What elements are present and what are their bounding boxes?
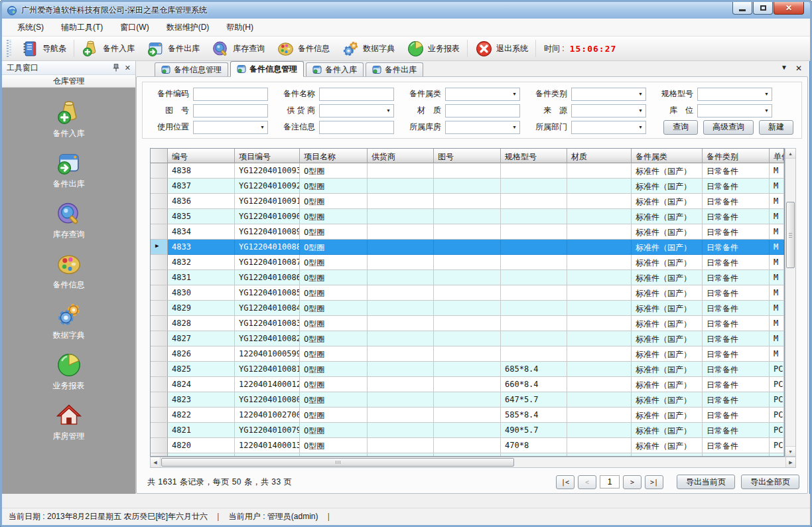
- grid-cell-supplier[interactable]: [368, 224, 434, 240]
- grid-cell-unit[interactable]: M: [770, 209, 784, 224]
- grid-cell-project_code[interactable]: YG12204010086: [235, 270, 300, 285]
- grid-cell-drawing_no[interactable]: [434, 301, 501, 316]
- toolbar-exit-button[interactable]: 退出系统: [469, 38, 534, 59]
- grid-cell-project_name[interactable]: O型圈: [300, 255, 368, 270]
- column-header-supplier[interactable]: 供货商: [368, 149, 434, 163]
- toolbar-grip-handle[interactable]: [7, 40, 12, 57]
- grid-cell-attribute[interactable]: 标准件（国产）: [632, 301, 703, 316]
- grid-cell-spec[interactable]: 470*8: [501, 438, 567, 453]
- supplier-combo[interactable]: ▼: [319, 104, 394, 117]
- grid-cell-drawing_no[interactable]: [434, 285, 501, 301]
- prev-page-button[interactable]: <: [578, 475, 596, 489]
- table-row[interactable]: 48241220401400012O型圈660*8.4标准件（国产）日常备件PC: [151, 377, 784, 392]
- grid-cell-drawing_no[interactable]: [434, 316, 501, 331]
- menu-item-1[interactable]: 辅助工具(T): [52, 19, 111, 37]
- grid-cell-spec[interactable]: 647*5.7: [501, 392, 567, 408]
- query-button[interactable]: 查询: [663, 120, 698, 135]
- grid-cell-project_name[interactable]: O型圈: [300, 362, 368, 377]
- grid-cell-supplier[interactable]: [368, 362, 434, 377]
- toolbar-nav-book-button[interactable]: 导航条: [15, 38, 72, 59]
- grid-cell-unit[interactable]: PC: [770, 377, 784, 392]
- horizontal-scrollbar[interactable]: ◀ ▶: [150, 457, 796, 468]
- scroll-down-icon[interactable]: ▼: [785, 446, 795, 456]
- row-indicator[interactable]: [151, 316, 168, 331]
- grid-cell-unit[interactable]: M: [770, 179, 784, 194]
- sidebar-item-parts-inbound[interactable]: 备件入库: [53, 100, 85, 139]
- grid-cell-id[interactable]: 4821: [168, 423, 235, 438]
- tab-close-icon[interactable]: ✕: [795, 64, 802, 73]
- grid-cell-supplier[interactable]: [368, 316, 434, 331]
- auto-hide-pin-icon[interactable]: [113, 64, 119, 72]
- grid-cell-attribute[interactable]: 标准件（国产）: [632, 316, 703, 331]
- grid-cell-material[interactable]: [567, 209, 632, 224]
- row-indicator[interactable]: [151, 438, 168, 453]
- grid-cell-category[interactable]: 日常备件: [703, 423, 770, 438]
- table-row[interactable]: 4838YG12204010093O型圈标准件（国产）日常备件M: [151, 163, 784, 179]
- grid-cell-unit[interactable]: M: [770, 301, 784, 316]
- grid-cell-attribute[interactable]: 标准件（国产）: [632, 179, 703, 194]
- grid-cell-project_code[interactable]: YG12204010089: [235, 224, 300, 240]
- column-header-unit[interactable]: 单位: [770, 149, 784, 163]
- grid-cell-material[interactable]: [567, 423, 632, 438]
- toolbar-parts-outbound-button[interactable]: 备件出库: [141, 38, 206, 59]
- column-header-spec[interactable]: 规格型号: [501, 149, 567, 163]
- grid-cell-unit[interactable]: M: [770, 346, 784, 362]
- table-row[interactable]: 4821YG12204010079O型圈490*5.7标准件（国产）日常备件PC: [151, 423, 784, 438]
- grid-cell-drawing_no[interactable]: [434, 392, 501, 408]
- toolbar-parts-inbound-button[interactable]: 备件入库: [76, 38, 141, 59]
- grid-cell-drawing_no[interactable]: [434, 438, 501, 453]
- grid-cell-project_name[interactable]: O型圈: [300, 346, 368, 362]
- grid-cell-spec[interactable]: [501, 316, 567, 331]
- grid-cell-material[interactable]: [567, 362, 632, 377]
- grid-cell-category[interactable]: 日常备件: [703, 194, 770, 209]
- maximize-button[interactable]: [753, 2, 773, 15]
- table-row[interactable]: 4836YG12204010091O型圈标准件（国产）日常备件M: [151, 194, 784, 209]
- row-indicator[interactable]: [151, 346, 168, 362]
- part-category-combo[interactable]: ▼: [571, 88, 646, 101]
- grid-cell-project_name[interactable]: O型圈: [300, 423, 368, 438]
- sidebar-item-parts-info[interactable]: 备件信息: [53, 251, 85, 291]
- grid-cell-unit[interactable]: PC: [770, 408, 784, 423]
- grid-cell-project_code[interactable]: 1220401000599: [235, 346, 300, 362]
- grid-cell-project_name[interactable]: O型圈: [300, 438, 368, 453]
- grid-cell-unit[interactable]: PC: [770, 438, 784, 453]
- grid-cell-category[interactable]: 日常备件: [703, 392, 770, 408]
- tab-list-dropdown-icon[interactable]: ▼: [781, 64, 787, 73]
- row-indicator[interactable]: [151, 362, 168, 377]
- grid-cell-project_name[interactable]: O型圈: [300, 392, 368, 408]
- grid-cell-project_name[interactable]: O型圈: [300, 408, 368, 423]
- grid-cell-material[interactable]: [567, 285, 632, 301]
- grid-cell-attribute[interactable]: 标准件（国产）: [632, 362, 703, 377]
- sidebar-item-parts-outbound[interactable]: 备件出库: [53, 150, 85, 190]
- remark-input[interactable]: [319, 121, 394, 134]
- grid-cell-unit[interactable]: M: [770, 194, 784, 209]
- grid-cell-project_name[interactable]: O型圈: [300, 316, 368, 331]
- grid-cell-spec[interactable]: 660*8.4: [501, 377, 567, 392]
- grid-cell-project_name[interactable]: O型圈: [300, 270, 368, 285]
- sidebar-item-inventory-search[interactable]: 库存查询: [53, 200, 85, 240]
- close-button[interactable]: ✕: [774, 2, 804, 15]
- table-row[interactable]: 4831YG12204010086O型圈标准件（国产）日常备件M: [151, 270, 784, 285]
- grid-cell-unit[interactable]: PC: [770, 392, 784, 408]
- warehouse-combo[interactable]: ▼: [445, 121, 520, 134]
- grid-cell-drawing_no[interactable]: [434, 270, 501, 285]
- grid-cell-spec[interactable]: [501, 301, 567, 316]
- row-indicator[interactable]: [151, 392, 168, 408]
- grid-cell-material[interactable]: [567, 179, 632, 194]
- grid-cell-id[interactable]: 4834: [168, 224, 235, 240]
- grid-cell-material[interactable]: [567, 346, 632, 362]
- tab-parts-inbound[interactable]: 备件入库: [306, 62, 364, 76]
- row-indicator[interactable]: [151, 163, 168, 179]
- sidebar-item-data-dictionary[interactable]: 数据字典: [53, 301, 85, 341]
- grid-cell-drawing_no[interactable]: [434, 423, 501, 438]
- next-page-button[interactable]: >: [623, 475, 642, 489]
- column-header-drawing_no[interactable]: 图号: [434, 149, 501, 163]
- toolbar-inventory-search-button[interactable]: 库存查询: [206, 38, 271, 59]
- grid-cell-supplier[interactable]: [368, 423, 434, 438]
- grid-cell-project_code[interactable]: YG12204010088: [235, 240, 300, 255]
- grid-cell-id[interactable]: 4827: [168, 331, 235, 346]
- scroll-left-icon[interactable]: ◀: [151, 457, 161, 467]
- grid-cell-material[interactable]: [567, 163, 632, 179]
- grid-cell-category[interactable]: 日常备件: [703, 209, 770, 224]
- grid-cell-category[interactable]: 日常备件: [703, 224, 770, 240]
